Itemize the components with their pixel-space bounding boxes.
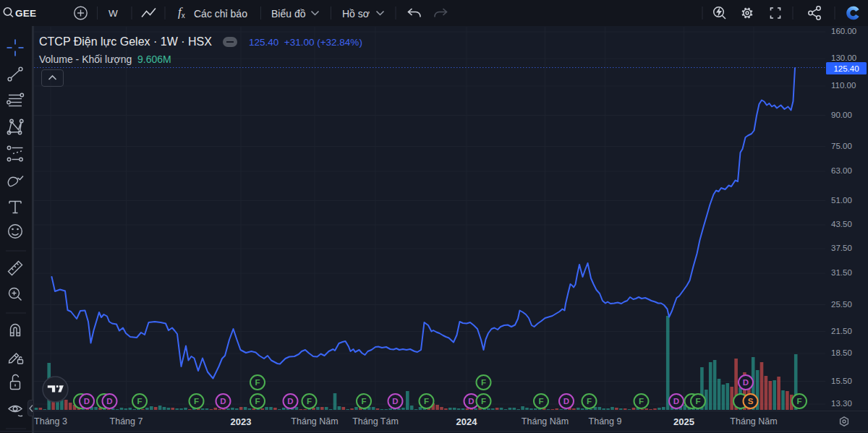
svg-text:D: D: [106, 397, 112, 406]
svg-text:F: F: [695, 397, 700, 406]
svg-text:F: F: [796, 397, 801, 406]
svg-text:F: F: [194, 397, 199, 406]
svg-text:D: D: [287, 397, 293, 406]
svg-text:F: F: [538, 397, 543, 406]
svg-text:F: F: [481, 378, 486, 387]
svg-text:S: S: [748, 397, 754, 406]
svg-text:D: D: [84, 397, 90, 406]
svg-text:D: D: [468, 397, 474, 406]
svg-text:D: D: [563, 397, 569, 406]
svg-text:F: F: [307, 397, 312, 406]
svg-text:F: F: [481, 397, 486, 406]
svg-text:125.40: 125.40: [833, 64, 859, 73]
svg-text:F: F: [639, 397, 644, 406]
svg-text:F: F: [587, 397, 592, 406]
svg-text:D: D: [392, 397, 398, 406]
svg-text:F: F: [255, 378, 260, 387]
svg-text:D: D: [743, 378, 749, 387]
svg-text:D: D: [220, 397, 226, 406]
svg-text:F: F: [424, 397, 429, 406]
svg-text:D: D: [673, 397, 679, 406]
svg-text:F: F: [255, 397, 260, 406]
svg-text:F: F: [137, 397, 142, 406]
svg-text:F: F: [361, 397, 366, 406]
